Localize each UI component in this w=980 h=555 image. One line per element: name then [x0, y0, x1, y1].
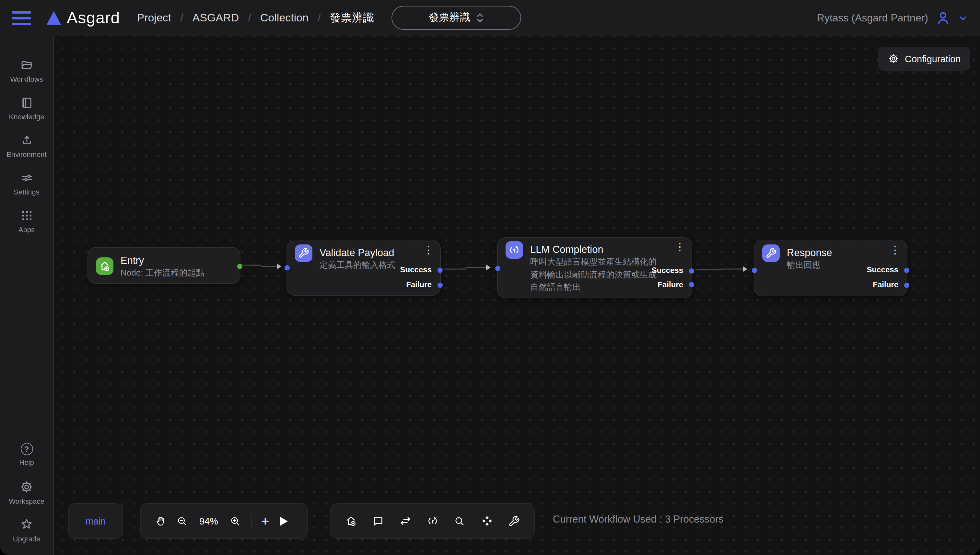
output-label-success: Success [652, 266, 683, 275]
gear-icon [888, 53, 899, 64]
sidebar-item-label: Workflows [10, 75, 43, 83]
book-icon [20, 96, 34, 109]
output-label-success: Success [400, 265, 432, 274]
node-title: Response [787, 246, 832, 259]
comment-icon[interactable] [372, 515, 384, 527]
kebab-menu-icon[interactable]: ⋮ [675, 242, 685, 252]
llm-node-icon[interactable] [426, 515, 439, 527]
workflow-selector[interactable]: 發票辨識 [391, 6, 521, 30]
breadcrumb-item-asgard[interactable]: ASGARD [192, 11, 239, 24]
sidebar-item-apps[interactable]: Apps [0, 202, 53, 240]
sidebar-item-workspace[interactable]: Workspace [0, 473, 53, 511]
configuration-button-label: Configuration [905, 53, 961, 64]
workflow-canvas[interactable]: Configuration Entry Node: 工作流程的起點 V [54, 36, 980, 555]
failure-port[interactable] [689, 282, 694, 287]
node-title: Entry [120, 254, 144, 266]
run-workflow-icon[interactable] [279, 517, 288, 526]
node-entry[interactable]: Entry Node: 工作流程的起點 [88, 247, 240, 284]
branch-main-button[interactable]: main [68, 503, 123, 539]
brand-title: Asgard [67, 8, 120, 27]
apps-grid-icon [20, 209, 34, 222]
star-icon [19, 517, 34, 531]
sidebar-item-settings[interactable]: Settings [0, 165, 53, 202]
node-subtitle: 輸出回應 [787, 259, 821, 271]
swap-arrows-icon[interactable] [399, 515, 411, 527]
input-port[interactable] [752, 268, 757, 273]
success-port[interactable] [437, 268, 443, 273]
home-plus-icon [96, 257, 114, 275]
add-icon[interactable]: + [261, 515, 269, 528]
breadcrumb: Project / ASGARD / Collection / 發票辨識 [137, 10, 374, 25]
kebab-menu-icon[interactable]: ⋮ [890, 245, 900, 255]
view-controls-toolbar: 94% + [140, 503, 308, 539]
user-account-label: Rytass (Asgard Partner) [817, 12, 928, 24]
output-label-failure: Failure [406, 280, 432, 289]
hamburger-menu-icon[interactable] [12, 11, 31, 25]
failure-port[interactable] [904, 282, 910, 287]
zoom-in-icon[interactable] [229, 515, 241, 527]
sidebar-item-label: Environment [6, 151, 46, 158]
help-circle-icon: ? [21, 443, 33, 455]
chevron-updown-icon [477, 13, 484, 23]
asgard-workflow-editor: Asgard Project / ASGARD / Collection / 發… [0, 0, 980, 555]
add-entry-node-icon[interactable] [344, 515, 357, 527]
sidebar-item-workflows[interactable]: Workflows [0, 52, 53, 90]
asgard-logo-icon [46, 11, 61, 25]
sidebar-item-upgrade[interactable]: Upgrade [0, 511, 53, 549]
sidebar-item-label: Apps [18, 226, 35, 233]
success-port[interactable] [689, 268, 694, 273]
node-tools-toolbar [330, 503, 535, 539]
zoom-level-value: 94% [198, 516, 220, 526]
sidebar: Workflows Knowledge Environment Settings… [0, 36, 54, 555]
search-icon[interactable] [454, 515, 466, 527]
top-bar: Asgard Project / ASGARD / Collection / 發… [0, 0, 980, 36]
workflow-usage-status: Current Workflow Used : 3 Processors [553, 513, 724, 525]
output-port[interactable] [237, 263, 242, 269]
input-port[interactable] [495, 266, 500, 271]
components-diamonds-icon[interactable] [481, 515, 493, 527]
workflow-selector-value: 發票辨識 [429, 11, 470, 25]
kebab-menu-icon[interactable]: ⋮ [423, 245, 434, 255]
node-response[interactable]: Response 輸出回應 ⋮ Success Failure [754, 241, 907, 296]
node-title: LLM Completion [530, 243, 604, 255]
sidebar-item-label: Workspace [9, 497, 45, 505]
configuration-button[interactable]: Configuration [878, 47, 970, 71]
node-llm-completion[interactable]: LLM Completion 呼叫大型語言模型並產生結構化的資料輸出以輔助流程的… [497, 237, 692, 298]
tools-wrench-icon[interactable] [508, 515, 520, 527]
wrench-icon [762, 244, 780, 262]
output-label-success: Success [867, 265, 898, 274]
sidebar-footer: ? Help Workspace Upgrade [0, 436, 53, 549]
node-subtitle: 定義工具的輸入格式 [320, 259, 396, 271]
node-validate-payload[interactable]: Validate Payload 定義工具的輸入格式 ⋮ Success Fai… [287, 241, 441, 296]
breadcrumb-item-collection[interactable]: Collection [260, 11, 309, 24]
upload-icon [20, 133, 34, 147]
toolbar-divider [251, 513, 251, 529]
user-avatar-icon[interactable] [935, 10, 951, 26]
pan-hand-icon[interactable] [155, 515, 167, 527]
sidebar-item-label: Settings [14, 188, 40, 196]
zoom-out-icon[interactable] [176, 515, 188, 527]
breadcrumb-separator: / [180, 11, 183, 24]
sidebar-item-label: Knowledge [9, 113, 45, 120]
success-port[interactable] [904, 268, 910, 273]
output-label-failure: Failure [658, 280, 683, 289]
output-label-failure: Failure [873, 280, 898, 289]
sidebar-item-environment[interactable]: Environment [0, 127, 53, 165]
sidebar-item-label: Upgrade [13, 534, 40, 542]
breadcrumb-separator: / [248, 11, 251, 24]
sidebar-item-help[interactable]: ? Help [0, 436, 53, 473]
sliders-icon [20, 171, 34, 185]
folder-icon [20, 58, 34, 72]
topbar-right: Rytass (Asgard Partner) [817, 10, 968, 26]
llm-bulb-icon [506, 241, 523, 259]
node-subtitle: 呼叫大型語言模型並產生結構化的資料輸出以輔助流程的決策或生成自然語言輸出 [530, 255, 664, 294]
breadcrumb-item-project[interactable]: Project [137, 11, 171, 24]
sidebar-item-label: Help [19, 459, 34, 466]
failure-port[interactable] [437, 282, 443, 287]
node-title: Validate Payload [320, 246, 394, 259]
node-subtitle: Node: 工作流程的起點 [120, 266, 205, 279]
gear-icon [19, 480, 34, 494]
account-chevron-down-icon[interactable] [958, 13, 968, 23]
sidebar-item-knowledge[interactable]: Knowledge [0, 90, 53, 127]
input-port[interactable] [285, 265, 290, 270]
